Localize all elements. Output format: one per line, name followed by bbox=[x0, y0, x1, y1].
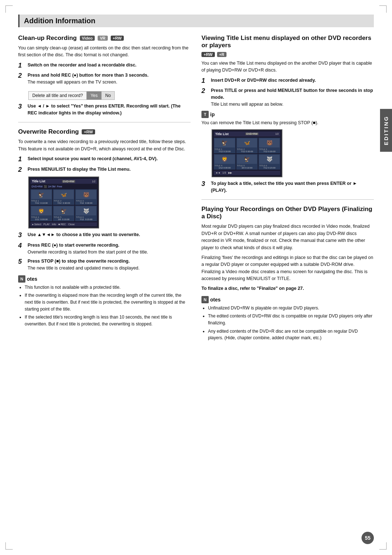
step-number: 1 bbox=[18, 62, 25, 70]
screen-cell-5: 🦅 TITLE 5 3/0 0:10:00 bbox=[53, 206, 75, 221]
screen-badge: DVD+RW bbox=[62, 180, 75, 183]
screen-info: DVD+RW ⬛ 1H 5M Free bbox=[30, 185, 97, 189]
screen-title: Title List bbox=[215, 132, 229, 136]
overwrite-step-2: 2 Press MENU/LIST to display the Title L… bbox=[18, 166, 191, 174]
cleanup-title-block: Clean-up Recording Video VR +RW bbox=[18, 35, 191, 42]
overwrite-step-2-text: Press MENU/LIST to display the Title Lis… bbox=[28, 166, 131, 174]
thumb-1: 🦅 bbox=[215, 138, 235, 147]
overwrite-badge-rw: +RW bbox=[82, 129, 95, 134]
cleanup-step-3: 3 Use ◄ / ► to select "Yes" then press E… bbox=[18, 103, 191, 117]
overwrite-title: Overwrite Recording bbox=[18, 128, 79, 135]
overwrite-step-3-text: Use ▲▼◄► to choose a title you want to o… bbox=[28, 231, 140, 239]
playing-notes: N otes Unfinalized DVD+RW is playable on… bbox=[201, 296, 374, 341]
notes-icon: N bbox=[201, 296, 209, 303]
viewing-step-2-text: Press TITLE or press and hold MENU/LIST … bbox=[211, 87, 374, 108]
thumb-3: 🐻 bbox=[259, 138, 279, 147]
overwrite-notes: N otes This function is not available wi… bbox=[18, 275, 191, 328]
note-item: Any edited contents of the DVD+R disc ar… bbox=[208, 328, 374, 341]
screen-grid: 🦅 TITLE 1 7/12 0:10:00 🦋 TITLE 2 7/12 0:… bbox=[30, 189, 97, 221]
step-number: 1 bbox=[201, 77, 208, 85]
screen-cell-5: 🦅 TITLE 5 3/0 0:10:00 bbox=[236, 154, 258, 170]
cleanup-title: Clean-up Recording bbox=[18, 35, 77, 42]
notes-header: N otes bbox=[18, 275, 191, 283]
viewing-badge-r: +R bbox=[217, 52, 226, 57]
viewing-intro: You can view the Title List menu display… bbox=[201, 60, 374, 74]
note-item: This function is not available with a pr… bbox=[25, 284, 191, 291]
overwrite-title-block: Overwrite Recording +RW bbox=[18, 128, 191, 135]
playing-intro1: Most regular DVD players can play finali… bbox=[201, 223, 374, 251]
viewing-title: Viewing Title List menu displayed on oth… bbox=[201, 35, 374, 49]
cleanup-intro: You can simply clean-up (erase) all cont… bbox=[18, 45, 191, 59]
thumb-3: 🐻 bbox=[76, 190, 96, 199]
screen-cell-4: 🦁 TITLE 4 1/12 0:00:00 bbox=[30, 206, 52, 221]
step-number: 3 bbox=[18, 231, 25, 239]
screen-page: 1/2 bbox=[92, 180, 95, 183]
thumb-5: 🦅 bbox=[237, 155, 257, 164]
viewing-title-block: Viewing Title List menu displayed on oth… bbox=[201, 35, 374, 49]
screen-cell-6: 🐺 TITLE 6 7/12 0:15:00 bbox=[258, 154, 280, 170]
note-item: If the overwriting is elapsed more than … bbox=[25, 292, 191, 312]
overwrite-step-4-text: Press REC (●) to start overwrite recordi… bbox=[28, 242, 148, 256]
step-number: 1 bbox=[18, 155, 25, 163]
step-number: 2 bbox=[18, 72, 25, 86]
tip-label: ip bbox=[210, 112, 215, 117]
notes-icon: N bbox=[18, 275, 25, 283]
overwrite-step-3: 3 Use ▲▼◄► to choose a title you want to… bbox=[18, 231, 191, 239]
viewing-badge-rw: +RW bbox=[201, 52, 215, 57]
step-number: 5 bbox=[18, 258, 25, 272]
playing-finalize-note: To finalize a disc, refer to "Finalize" … bbox=[201, 285, 374, 292]
cleanup-step-2-text: Press and hold REC (●) button for more t… bbox=[28, 72, 148, 86]
overwrite-notes-list: This function is not available with a pr… bbox=[18, 284, 191, 328]
viewing-step-1-text: Insert DVD+R or DVD+RW disc recorded alr… bbox=[211, 77, 316, 85]
cleanup-step-1-text: Switch on the recorder and load a record… bbox=[28, 62, 136, 70]
screen-footer: ◄◄ 1/3 ▶▶ bbox=[214, 171, 280, 175]
step-number: 2 bbox=[18, 166, 25, 174]
thumb-6: 🐺 bbox=[76, 206, 96, 215]
playing-title: Playing Your Recordings on Other DVD Pla… bbox=[201, 206, 374, 220]
notes-label: otes bbox=[210, 297, 221, 303]
overwrite-step-1-text: Select input source you want to record (… bbox=[28, 155, 158, 163]
screen-cell-3: 🐻 TITLE 3 7/12 0:30:00 bbox=[75, 189, 97, 205]
step-number: 3 bbox=[201, 180, 208, 194]
cleanup-badge-rw: +RW bbox=[111, 36, 124, 41]
note-item: The edited contents of DVD+RW disc is co… bbox=[208, 313, 374, 326]
cleanup-badge-video: Video bbox=[80, 36, 95, 41]
viewing-step-3: 3 To play back a title, select the title… bbox=[201, 180, 374, 194]
screen-title: Title List bbox=[32, 179, 45, 183]
divider bbox=[18, 122, 191, 122]
tip-text: You can remove the Title List menu by pr… bbox=[201, 119, 374, 126]
viewing-badges: +RW +R bbox=[201, 52, 374, 57]
tip-box: T ip You can remove the Title List menu … bbox=[201, 111, 374, 126]
overwrite-screen-mockup: Title List DVD+RW 1/2 DVD+RW ⬛ 1H 5M Fre… bbox=[28, 177, 99, 228]
screen-cell-3: 🐻 TITLE 3 7/12 0:30:00 bbox=[258, 138, 280, 153]
viewing-step-2: 2 Press TITLE or press and hold MENU/LIS… bbox=[201, 87, 374, 108]
thumb-2: 🦋 bbox=[54, 190, 74, 199]
playing-notes-list: Unfinalized DVD+RW is playable on regula… bbox=[201, 305, 374, 341]
step-number: 2 bbox=[201, 87, 208, 108]
screen-cell-4: 🦁 TITLE 4 1/12 0:00:00 bbox=[214, 154, 236, 170]
thumb-5: 🦅 bbox=[54, 206, 74, 215]
notes-label: otes bbox=[27, 276, 37, 282]
thumb-1: 🦅 bbox=[31, 190, 52, 199]
screen-cell-1: 🦅 TITLE 1 7/12 0:10:00 bbox=[30, 189, 52, 205]
screen-badge: DVD+RW bbox=[245, 133, 258, 135]
step-number: 4 bbox=[18, 242, 25, 256]
viewing-step-1: 1 Insert DVD+R or DVD+RW disc recorded a… bbox=[201, 77, 374, 85]
viewing-screen-mockup: Title List DVD+RW 1/2 🦅 TITLE 1 7/12 0:1… bbox=[212, 129, 282, 177]
right-column: Viewing Title List menu displayed on oth… bbox=[201, 35, 374, 345]
section-header: Addition Information bbox=[18, 15, 374, 27]
overwrite-intro: To overwrite a new video recording to a … bbox=[18, 138, 191, 153]
dialog-question: Delete all title and record? bbox=[29, 92, 87, 100]
step-number: 3 bbox=[18, 103, 25, 117]
dialog-yes: Yes bbox=[87, 92, 102, 100]
viewing-step-3-text: To play back a title, select the title y… bbox=[211, 180, 374, 194]
screen-grid: 🦅 TITLE 1 7/12 0:10:00 🦋 TITLE 2 7/12 0:… bbox=[214, 138, 280, 170]
overwrite-step-5: 5 Press STOP (■) to stop the overwrite r… bbox=[18, 258, 191, 272]
cleanup-step-2: 2 Press and hold REC (●) button for more… bbox=[18, 72, 191, 86]
tip-header: T ip bbox=[201, 111, 374, 118]
left-column: Clean-up Recording Video VR +RW You can … bbox=[18, 35, 191, 345]
tip-icon: T bbox=[201, 111, 209, 118]
screen-page: 1/2 bbox=[275, 133, 279, 135]
divider-right bbox=[201, 199, 374, 200]
notes-header: N otes bbox=[201, 296, 374, 303]
